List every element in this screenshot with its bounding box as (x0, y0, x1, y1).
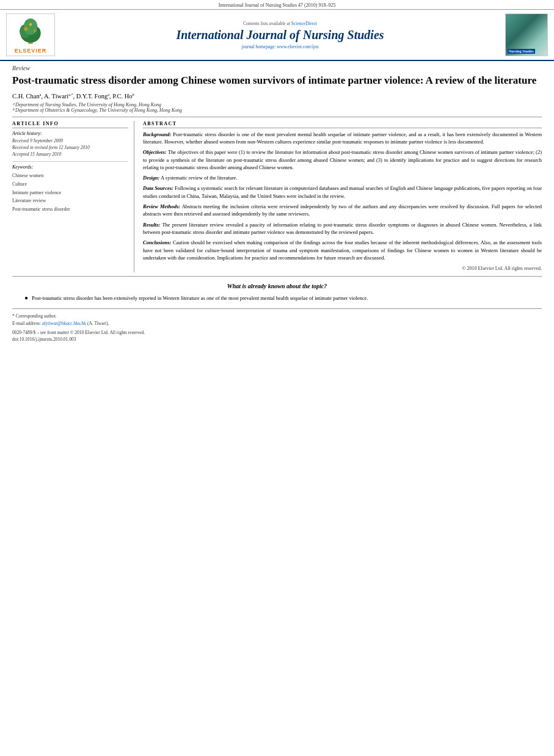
conclusions-label: Conclusions: (143, 239, 171, 245)
background-para: Background: Post-traumatic stress disord… (143, 131, 542, 146)
elsevier-label: ELSEVIER (15, 48, 47, 54)
abstract-section: Background: Post-traumatic stress disord… (143, 131, 542, 272)
accepted-date: Accepted 15 January 2010 (12, 151, 128, 158)
results-label: Results: (143, 222, 160, 228)
journal-homepage: journal homepage: www.elsevier.com/ijns (60, 44, 500, 49)
received-revised-date: Received in revised form 12 January 2010 (12, 144, 128, 151)
keyword-5: Post-traumatic stress disorder (12, 205, 128, 214)
affiliation-b: ᵇ Department of Obstetrics & Gynaecology… (12, 107, 542, 113)
journal-header: ELSEVIER Contents lists available at Sci… (0, 10, 554, 61)
objectives-label: Objectives: (143, 149, 167, 155)
background-label: Background: (143, 131, 171, 137)
affiliation-a: ᵃ Department of Nursing Studies, The Uni… (12, 102, 542, 107)
email-person: (A. Tiwari). (87, 321, 109, 326)
data-sources-text: Following a systematic search for releva… (143, 185, 542, 198)
corresponding-author-line: * Corresponding author. (12, 313, 542, 319)
journal-url[interactable]: www.elsevier.com/ijns (277, 44, 318, 49)
keywords-label: Keywords: (12, 164, 128, 170)
bullet-point-1: ● Post-traumatic stress disorder has bee… (12, 294, 542, 303)
copyright-line: © 2010 Elsevier Ltd. All rights reserved… (143, 265, 542, 272)
article-title: Post-traumatic stress disorder among Chi… (0, 73, 554, 90)
review-methods-para: Review Methods: Abstracts meeting the in… (143, 203, 542, 218)
sciencedirect-link[interactable]: ScienceDirect (291, 21, 317, 26)
journal-title: International Journal of Nursing Studies (60, 27, 500, 42)
keyword-4: Literature review (12, 197, 128, 205)
email-label: E-mail address: (12, 321, 41, 326)
journal-citation-line: International Journal of Nursing Studies… (0, 0, 554, 10)
data-sources-para: Data Sources: Following a systematic sea… (143, 184, 542, 200)
keywords-section: Keywords: Chinese women Culture Intimate… (12, 161, 128, 213)
authors: C.H. Chana, A. Tiwaria,*, D.Y.T. Fonga, … (0, 90, 554, 101)
conclusions-para: Conclusions: Caution should be exercised… (143, 239, 542, 261)
abstract-column: ABSTRACT Background: Post-traumatic stre… (134, 121, 542, 272)
authors-text: C.H. Chana, A. Tiwaria,*, D.Y.T. Fonga, … (12, 93, 134, 100)
whats-known-title: What is already known about the topic? (12, 283, 542, 289)
design-para: Design: A systematic review of the liter… (143, 174, 542, 181)
background-text: Post-traumatic stress disorder is one of… (143, 131, 542, 145)
elsevier-logo: ELSEVIER (6, 13, 55, 56)
abstract-heading: ABSTRACT (143, 121, 542, 128)
article-type: Review (0, 61, 554, 73)
conclusions-text: Caution should be exercised when making … (143, 239, 542, 261)
elsevier-tree-icon (12, 17, 49, 48)
objectives-text: The objectives of this paper were (1) to… (143, 149, 542, 170)
page-wrapper: International Journal of Nursing Studies… (0, 0, 554, 756)
keyword-3: Intimate partner violence (12, 189, 128, 197)
article-history: Article history: Received 9 September 20… (12, 131, 128, 158)
design-text: A systematic review of the literature. (161, 175, 238, 181)
svg-point-7 (29, 23, 32, 26)
objectives-para: Objectives: The objectives of this paper… (143, 148, 542, 171)
article-info-column: ARTICLE INFO Article history: Received 9… (12, 121, 134, 272)
article-history-label: Article history: (12, 131, 128, 136)
nursing-studies-cover: Nursing Studies (505, 13, 548, 56)
svg-point-6 (34, 29, 37, 32)
bullet-icon: ● (24, 294, 28, 303)
affiliations: ᵃ Department of Nursing Studies, The Uni… (0, 101, 554, 117)
sciencedirect-line: Contents lists available at ScienceDirec… (60, 21, 500, 26)
nursing-studies-label: Nursing Studies (508, 49, 535, 54)
email-line: E-mail address: afytiwar@hkucc.hku.hk (A… (12, 320, 542, 327)
email-address[interactable]: afytiwar@hkucc.hku.hk (42, 321, 86, 326)
article-info-heading: ARTICLE INFO (12, 121, 128, 128)
results-text: The present literature review revealed a… (143, 222, 542, 235)
whats-known-section: What is already known about the topic? ●… (12, 277, 542, 309)
keyword-1: Chinese women (12, 172, 128, 180)
issn-line: 0020-7489/$ – see front matter © 2010 El… (12, 329, 542, 336)
review-methods-label: Review Methods: (143, 203, 180, 209)
footnote-section: * Corresponding author. E-mail address: … (12, 313, 542, 327)
keyword-2: Culture (12, 180, 128, 189)
two-column-section: ARTICLE INFO Article history: Received 9… (12, 117, 542, 272)
header-center: Contents lists available at ScienceDirec… (60, 21, 500, 49)
design-label: Design: (143, 175, 159, 181)
results-para: Results: The present literature review r… (143, 221, 542, 236)
doi-section: 0020-7489/$ – see front matter © 2010 El… (12, 329, 542, 343)
data-sources-label: Data Sources: (143, 185, 173, 191)
corresponding-label: * Corresponding author. (12, 313, 57, 319)
page-footer: * Corresponding author. E-mail address: … (12, 308, 542, 346)
doi-line: doi:10.1016/j.ijnurstu.2010.01.003 (12, 336, 542, 343)
bullet-text-1: Post-traumatic stress disorder has been … (32, 294, 368, 302)
review-methods-text: Abstracts meeting the inclusion criteria… (143, 203, 542, 217)
svg-point-5 (24, 27, 28, 31)
journal-citation-text: International Journal of Nursing Studies… (219, 2, 336, 8)
svg-point-4 (24, 18, 38, 35)
received-date: Received 9 September 2009 (12, 137, 128, 144)
